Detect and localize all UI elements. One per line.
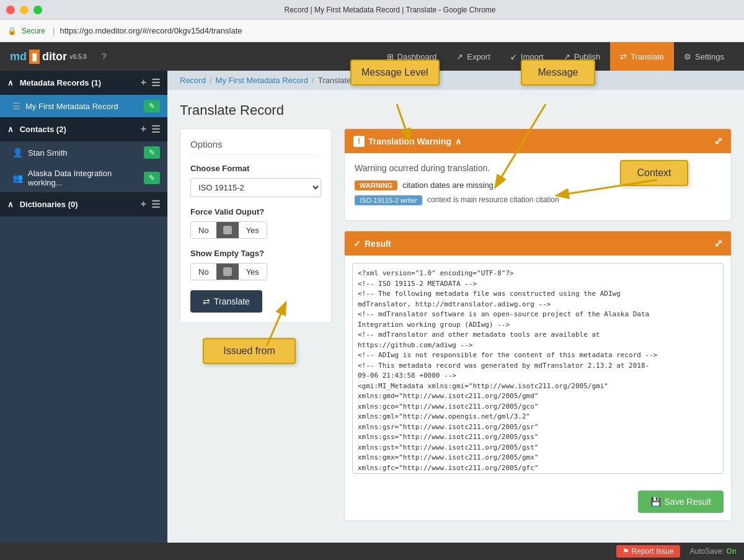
show-empty-yes[interactable]: Yes [239,264,267,280]
breadcrumb-translate: Translate [318,76,352,85]
warning-expand-icon[interactable]: ⤢ [714,135,722,147]
nav-publish[interactable]: ↗ Publish [554,42,611,71]
sidebar-section-contacts[interactable]: ∧ Contacts (2) + ☰ [0,117,167,141]
address-url[interactable]: https://go.mdeditor.org/#/record/0kgv15d… [60,26,242,35]
status-bar: ⚑ Report Issue AutoSave: On [0,543,744,560]
autosave-text: AutoSave: On [690,547,737,556]
settings-icon: ⚙ [684,52,691,61]
list-contact-btn[interactable]: ☰ [151,123,160,135]
save-btn-label: Save Result [665,497,711,507]
warning-exclamation-icon: ! [353,136,365,147]
lock-icon: 🔒 [7,27,17,35]
result-expand-icon[interactable]: ⤢ [714,238,722,249]
show-empty-toggle[interactable]: No Yes [190,263,267,280]
warning-header-label: Translation Warning [368,136,451,146]
warning-text: Warning ocurred during translation. [355,163,721,173]
warning-panel: ! Translation Warning ∧ ⤢ Warning ocurre… [344,128,732,221]
nav-translate[interactable]: ⇄ Translate [610,42,674,71]
breadcrumb: Record / My First Metadata Record / Tran… [167,71,744,90]
person-icon: 👤 [12,148,23,158]
show-empty-no[interactable]: No [191,264,216,280]
breadcrumb-record[interactable]: Record [180,76,206,85]
autosave-value: On [726,547,737,556]
nav-import-label: Import [521,52,544,61]
maximize-btn[interactable] [33,6,42,14]
report-issue-btn[interactable]: ⚑ Report Issue [616,545,680,558]
report-label: Report Issue [632,547,674,556]
options-panel: Options Choose Format ISO 19115-2 ISO 19… [180,128,332,323]
logo-editor-icon: ▮ [29,50,40,64]
list-dict-btn[interactable]: ☰ [151,198,160,210]
format-select[interactable]: ISO 19115-2 ISO 19115-1 FGDC [190,178,321,197]
result-header-label: Result [365,239,391,249]
nav-dashboard[interactable]: ⊞ Dashboard [377,42,447,71]
export-icon: ↗ [456,52,463,61]
close-btn[interactable] [6,6,15,14]
add-metadata-btn[interactable]: + [141,77,146,89]
nav-import[interactable]: ↙ Import [500,42,554,71]
warning-caret-icon: ∧ [455,136,461,146]
group-icon: 👥 [12,173,23,183]
alaska-data-label: Alaska Data Integration working... [28,169,144,187]
translate-button[interactable]: ⇄ Translate [190,290,262,313]
stan-smith-label: Stan Smith [28,148,144,158]
edit-alaska-btn[interactable]: ✎ [144,172,160,184]
sidebar-metadata-label: My First Metadata Record [25,102,144,111]
edit-stan-smith-btn[interactable]: ✎ [144,146,160,159]
warning-item-1: WARNING citation dates are missing [355,180,721,190]
force-valid-toggle[interactable]: No Yes [190,221,267,239]
publish-icon: ↗ [564,52,570,61]
warning-item-2: ISO-19115-2 writer context is main resou… [355,195,721,205]
result-textarea[interactable] [352,263,724,474]
nav-export[interactable]: ↗ Export [446,42,500,71]
force-valid-switch[interactable] [216,222,239,238]
dict-caret-icon: ∧ [7,200,14,209]
sidebar-section-metadata-records[interactable]: ∧ Metadata Records (1) + ☰ [0,71,167,95]
checkmark-icon: ✓ [353,239,361,249]
result-footer: 💾 Save Result [345,483,731,520]
autosave-label: AutoSave: [690,547,724,556]
force-valid-no[interactable]: No [191,223,216,238]
context-text: context is main resource citation citati… [427,195,559,204]
sidebar-item-stan-smith[interactable]: 👤 Stan Smith ✎ [0,141,167,164]
force-valid-group: Force Valid Ouput? No Yes [190,207,321,239]
content-area: ∧ Metadata Records (1) + ☰ ☰ My First Me… [0,71,744,543]
app-logo: md▮ditorv0.5.0 [10,50,87,64]
add-dict-btn[interactable]: + [141,198,146,210]
edit-metadata-btn[interactable]: ✎ [144,100,160,112]
list-metadata-btn[interactable]: ☰ [151,77,160,89]
logo-md: md [10,50,27,63]
show-empty-switch[interactable] [216,264,239,280]
logo-version: v0.5.0 [69,53,87,60]
save-icon: 💾 [650,497,661,507]
minimize-btn[interactable] [20,6,29,14]
browser-titlebar: Record | My First Metadata Record | Tran… [0,0,744,20]
translate-btn-label: Translate [214,296,250,306]
add-contact-btn[interactable]: + [141,123,146,135]
sidebar-item-my-first-metadata[interactable]: ☰ My First Metadata Record ✎ [0,95,167,117]
format-group: Choose Format ISO 19115-2 ISO 19115-1 FG… [190,164,321,197]
sidebar-section-metadata-label: Metadata Records (1) [20,78,101,87]
sidebar-contacts-label: Contacts (2) [20,125,66,134]
save-result-button[interactable]: 💾 Save Result [638,491,724,513]
result-panel: ✓ Result ⤢ 💾 [344,231,732,521]
settings-link[interactable]: ⚙ Settings [674,42,734,71]
show-empty-label: Show Empty Tags? [190,249,321,258]
right-panels: ! Translation Warning ∧ ⤢ Warning ocurre… [344,128,732,521]
force-valid-yes[interactable]: Yes [239,223,267,238]
sidebar-dict-label: Dictionaries (0) [20,200,78,209]
format-label: Choose Format [190,164,321,173]
logo-editor: ditor [42,50,67,63]
import-icon: ↙ [510,52,517,61]
secure-label: Secure [22,27,45,35]
main-layout: Options Choose Format ISO 19115-2 ISO 19… [180,128,732,531]
help-icon[interactable]: ? [102,51,107,61]
nav-dashboard-label: Dashboard [397,52,437,61]
sidebar-section-dictionaries[interactable]: ∧ Dictionaries (0) + ☰ [0,192,167,216]
result-header: ✓ Result ⤢ [345,231,731,256]
sidebar-item-alaska-data[interactable]: 👥 Alaska Data Integration working... ✎ [0,164,167,192]
nav-translate-label: Translate [631,52,664,61]
translate-nav-icon: ⇄ [620,52,627,61]
breadcrumb-my-first[interactable]: My First Metadata Record [216,76,309,85]
switch-inner-2 [223,267,232,276]
